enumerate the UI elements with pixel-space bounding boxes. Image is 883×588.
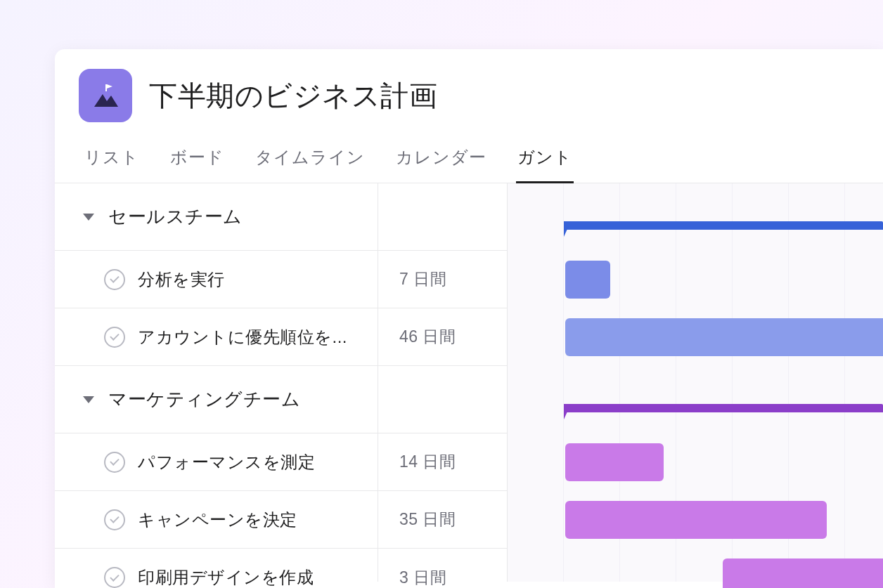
duration-cell-empty bbox=[378, 366, 507, 433]
tab-timeline[interactable]: タイムライン bbox=[254, 139, 366, 183]
tab-board[interactable]: ボード bbox=[169, 139, 226, 183]
project-header: 下半期のビジネス計画 bbox=[55, 49, 883, 135]
task-row[interactable]: 分析を実行 bbox=[55, 251, 378, 308]
task-name: 印刷用デザインを作成 bbox=[138, 566, 314, 588]
summary-bar-marketing[interactable] bbox=[564, 404, 883, 412]
gantt-bar[interactable] bbox=[723, 558, 883, 588]
gantt-summary-row bbox=[508, 366, 883, 433]
group-label: マーケティングチーム bbox=[108, 387, 300, 412]
tab-calendar[interactable]: カレンダー bbox=[394, 139, 488, 183]
task-row[interactable]: キャンペーンを決定 bbox=[55, 491, 378, 549]
gantt-summary-row bbox=[508, 183, 883, 251]
group-header-sales[interactable]: セールスチーム bbox=[55, 183, 378, 251]
project-window: 下半期のビジネス計画 リスト ボード タイムライン カレンダー ガント セールス… bbox=[55, 49, 883, 588]
task-name-column: セールスチーム 分析を実行 アカウントに優先順位を... マーケティングチーム … bbox=[55, 183, 378, 582]
gantt-bar[interactable] bbox=[565, 318, 883, 356]
gantt-bar[interactable] bbox=[565, 261, 610, 299]
check-circle-icon[interactable] bbox=[104, 327, 125, 348]
check-circle-icon[interactable] bbox=[104, 452, 125, 473]
task-name: アカウントに優先順位を... bbox=[138, 326, 347, 348]
check-circle-icon[interactable] bbox=[104, 567, 125, 588]
gantt-chart-area[interactable] bbox=[508, 183, 883, 582]
gantt-grid: セールスチーム 分析を実行 アカウントに優先順位を... マーケティングチーム … bbox=[55, 183, 883, 582]
summary-bar-sales[interactable] bbox=[564, 221, 883, 230]
check-circle-icon[interactable] bbox=[104, 269, 125, 290]
chevron-down-icon bbox=[83, 214, 94, 221]
gantt-task-row bbox=[508, 251, 883, 308]
gantt-task-row bbox=[508, 433, 883, 491]
view-tabs: リスト ボード タイムライン カレンダー ガント bbox=[55, 135, 883, 183]
task-name: パフォーマンスを測定 bbox=[138, 451, 315, 473]
duration-column: 7 日間 46 日間 14 日間 35 日間 3 日間 bbox=[378, 183, 508, 582]
duration-cell: 46 日間 bbox=[378, 308, 507, 366]
task-name: キャンペーンを決定 bbox=[138, 509, 297, 531]
duration-cell-empty bbox=[378, 183, 507, 251]
duration-cell: 14 日間 bbox=[378, 433, 507, 491]
group-header-marketing[interactable]: マーケティングチーム bbox=[55, 366, 378, 433]
duration-cell: 3 日間 bbox=[378, 549, 507, 588]
gantt-bar[interactable] bbox=[565, 501, 827, 539]
check-circle-icon[interactable] bbox=[104, 509, 125, 530]
tab-gantt[interactable]: ガント bbox=[516, 139, 574, 183]
gantt-task-row bbox=[508, 549, 883, 588]
gantt-task-row bbox=[508, 308, 883, 366]
task-row[interactable]: アカウントに優先順位を... bbox=[55, 308, 378, 366]
duration-cell: 7 日間 bbox=[378, 251, 507, 308]
project-title: 下半期のビジネス計画 bbox=[149, 77, 437, 115]
project-icon bbox=[79, 69, 132, 122]
task-row[interactable]: パフォーマンスを測定 bbox=[55, 433, 378, 491]
chevron-down-icon bbox=[83, 396, 94, 403]
task-row[interactable]: 印刷用デザインを作成 bbox=[55, 549, 378, 588]
group-label: セールスチーム bbox=[108, 204, 243, 229]
mountain-flag-icon bbox=[90, 80, 121, 111]
tab-list[interactable]: リスト bbox=[83, 139, 141, 183]
gantt-bar[interactable] bbox=[565, 443, 664, 481]
duration-cell: 35 日間 bbox=[378, 491, 507, 549]
gantt-task-row bbox=[508, 491, 883, 549]
task-name: 分析を実行 bbox=[138, 268, 225, 291]
